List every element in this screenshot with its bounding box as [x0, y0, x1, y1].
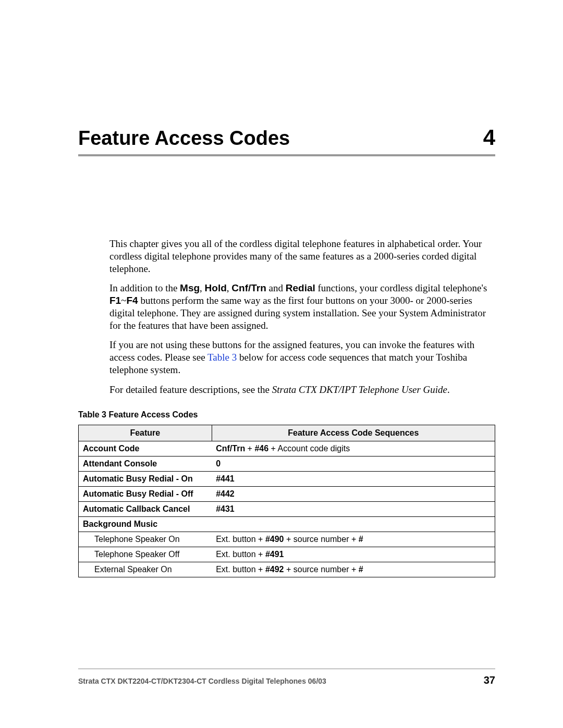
table-row: Telephone Speaker Off Ext. button + #491 [79, 547, 495, 562]
text-fragment: + source number + [284, 535, 359, 544]
heading-rule [78, 154, 495, 156]
code-fragment: #491 [265, 550, 284, 559]
feature-cell: Background Music [79, 517, 212, 532]
text-fragment: Ext. button + [216, 565, 265, 574]
chapter-number: 4 [483, 125, 495, 150]
table-row: Automatic Callback Cancel #431 [79, 502, 495, 517]
feature-cell: Telephone Speaker Off [79, 547, 212, 562]
sequence-cell: Ext. button + #490 + source number + # [212, 532, 495, 547]
f4-key-label: F4 [126, 295, 138, 306]
chapter-heading: Feature Access Codes 4 [78, 125, 495, 150]
sequence-cell: #431 [212, 502, 495, 517]
feature-cell: Attendant Console [79, 456, 212, 472]
document-page: Feature Access Codes 4 This chapter give… [0, 0, 563, 728]
feature-cell: Automatic Callback Cancel [79, 502, 212, 517]
sequence-cell: Cnf/Trn + #46 + Account code digits [212, 441, 495, 456]
text-fragment: + [245, 444, 254, 453]
code-fragment: #490 [265, 535, 284, 544]
header-sequence: Feature Access Code Sequences [212, 425, 495, 441]
table-row: Attendant Console 0 [79, 456, 495, 472]
table-row: Background Music [79, 517, 495, 532]
text-fragment: ~ [121, 295, 126, 306]
sequence-cell: #441 [212, 472, 495, 487]
text-fragment: buttons perform the same way as the firs… [109, 295, 486, 331]
feature-cell: External Speaker On [79, 562, 212, 577]
code-fragment: #492 [265, 565, 284, 574]
intro-paragraph-1: This chapter gives you all of the cordle… [109, 238, 495, 275]
sequence-cell: Ext. button + #492 + source number + # [212, 562, 495, 577]
text-fragment: Ext. button + [216, 550, 265, 559]
table-row: External Speaker On Ext. button + #492 +… [79, 562, 495, 577]
sequence-cell: #442 [212, 487, 495, 502]
redial-key-label: Redial [286, 282, 315, 293]
table-row: Telephone Speaker On Ext. button + #490 … [79, 532, 495, 547]
text-fragment: + Account code digits [268, 444, 350, 453]
sequence-cell: Ext. button + #491 [212, 547, 495, 562]
msg-key-label: Msg [180, 282, 200, 293]
feature-cell: Automatic Busy Redial - Off [79, 487, 212, 502]
f1-key-label: F1 [109, 295, 121, 306]
page-number: 37 [484, 674, 495, 686]
table-row: Automatic Busy Redial - Off #442 [79, 487, 495, 502]
footer-row: Strata CTX DKT2204-CT/DKT2304-CT Cordles… [78, 674, 495, 686]
feature-label: External Speaker On [83, 565, 172, 574]
footer-rule [78, 669, 495, 669]
text-fragment: + source number + [284, 565, 359, 574]
code-fragment: # [359, 535, 363, 544]
body-text: This chapter gives you all of the cordle… [109, 238, 495, 396]
feature-cell: Automatic Busy Redial - On [79, 472, 212, 487]
text-fragment: For detailed feature descriptions, see t… [109, 384, 272, 395]
feature-cell: Account Code [79, 441, 212, 456]
code-fragment: # [359, 565, 363, 574]
intro-paragraph-2: In addition to the Msg, Hold, Cnf/Trn an… [109, 282, 495, 331]
code-fragment: Cnf/Trn [216, 444, 245, 453]
text-fragment: and [266, 282, 286, 293]
chapter-title: Feature Access Codes [78, 127, 290, 150]
cnftrn-key-label: Cnf/Trn [231, 282, 266, 293]
footer-text: Strata CTX DKT2204-CT/DKT2304-CT Cordles… [78, 677, 326, 685]
sequence-cell: 0 [212, 456, 495, 472]
text-fragment: Ext. button + [216, 535, 265, 544]
user-guide-title: Strata CTX DKT/IPT Telephone User Guide [272, 384, 447, 395]
table-row: Automatic Busy Redial - On #441 [79, 472, 495, 487]
text-fragment: functions, your cordless digital telepho… [315, 282, 487, 293]
header-feature: Feature [79, 425, 212, 441]
text-fragment: . [447, 384, 450, 395]
sequence-cell [212, 517, 495, 532]
text-fragment: , [200, 282, 205, 293]
intro-paragraph-3: If you are not using these buttons for t… [109, 339, 495, 376]
table-row: Account Code Cnf/Trn + #46 + Account cod… [79, 441, 495, 456]
feature-label: Telephone Speaker On [83, 535, 180, 544]
hold-key-label: Hold [205, 282, 227, 293]
text-fragment: In addition to the [109, 282, 180, 293]
text-fragment: , [227, 282, 232, 293]
intro-paragraph-4: For detailed feature descriptions, see t… [109, 384, 495, 396]
feature-label: Telephone Speaker Off [83, 550, 179, 559]
table-3-link[interactable]: Table 3 [207, 352, 237, 363]
feature-access-codes-table: Feature Feature Access Code Sequences Ac… [78, 425, 495, 577]
table-header-row: Feature Feature Access Code Sequences [79, 425, 495, 441]
feature-cell: Telephone Speaker On [79, 532, 212, 547]
page-footer: Strata CTX DKT2204-CT/DKT2304-CT Cordles… [78, 669, 495, 686]
table-caption: Table 3 Feature Access Codes [78, 410, 495, 419]
code-fragment: #46 [254, 444, 268, 453]
